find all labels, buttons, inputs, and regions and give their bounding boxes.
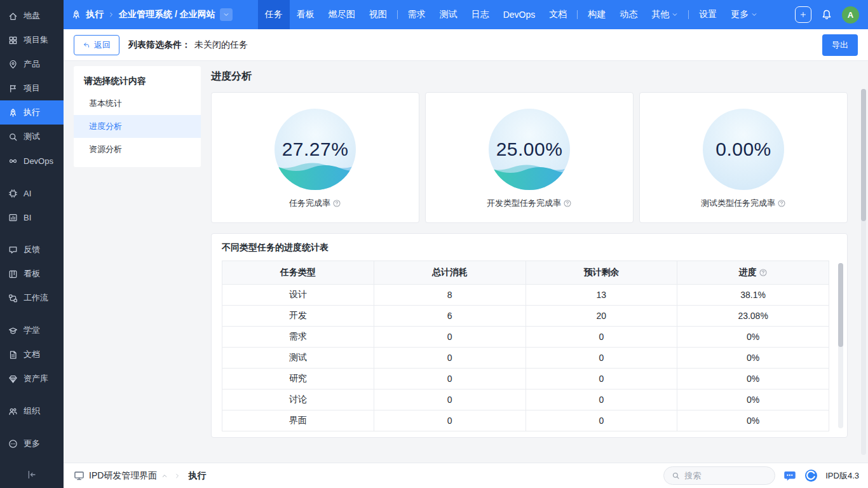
help-icon[interactable] xyxy=(332,199,341,208)
gauge-card-task-complete: 27.27%任务完成率 xyxy=(211,92,419,223)
topnav-story[interactable]: 需求 xyxy=(401,0,433,29)
sidebar-item-product[interactable]: 产品 xyxy=(0,52,64,76)
pin-icon xyxy=(8,60,18,69)
gauge-test-complete: 0.00% xyxy=(702,108,785,191)
sidebar-item-school[interactable]: 学堂 xyxy=(0,318,64,342)
sidebar-item-ai[interactable]: AI xyxy=(0,181,64,205)
col-header-3: 进度 xyxy=(677,261,829,285)
sidebar-item-label: 组织 xyxy=(24,405,40,417)
help-icon[interactable] xyxy=(777,199,786,208)
app-switcher[interactable]: IPD研发管理界面 xyxy=(74,470,168,482)
bottombar-tab-execution[interactable]: 执行 xyxy=(188,470,206,482)
sidebar-item-label: 反馈 xyxy=(24,244,40,255)
project-switcher-dropdown[interactable] xyxy=(220,8,233,21)
sidebar-item-feedback[interactable]: 反馈 xyxy=(0,238,64,262)
sidebar-item-label: 学堂 xyxy=(24,325,40,336)
gauge-cards: 27.27%任务完成率25.00%开发类型任务完成率0.00%测试类型任务完成率 xyxy=(211,92,848,223)
back-button[interactable]: 返回 xyxy=(74,35,119,55)
table-cell: 研究 xyxy=(222,369,374,390)
topnav-label: 构建 xyxy=(588,9,606,20)
table-row: 测试000% xyxy=(222,348,829,369)
sidebar-item-project[interactable]: 项目 xyxy=(0,76,64,100)
sidebar-item-turf[interactable]: 地盘 xyxy=(0,4,64,28)
search-icon xyxy=(672,471,680,480)
create-button[interactable] xyxy=(795,6,811,23)
bottombar-right: IPD版4.3 xyxy=(663,466,859,485)
user-avatar[interactable]: A xyxy=(842,6,859,24)
content-scrollbar-track xyxy=(861,89,866,455)
sidebar: 地盘项目集产品项目执行测试DevOpsAIBI反馈看板工作流学堂文档资产库组织更… xyxy=(0,0,64,488)
collapse-sidebar-button[interactable] xyxy=(0,461,64,488)
sidebar-item-program[interactable]: 项目集 xyxy=(0,28,64,52)
col-header-label: 预计剩余 xyxy=(583,267,619,277)
topbar: 执行 企业管理系统 / 企业网站 任务看板燃尽图视图需求测试日志DevOps文档… xyxy=(64,0,868,29)
notifications-bell-icon[interactable] xyxy=(821,9,832,20)
help-icon[interactable] xyxy=(563,199,572,208)
help-icon[interactable] xyxy=(759,268,768,277)
version-label: IPD版4.3 xyxy=(825,470,859,482)
topnav-view[interactable]: 视图 xyxy=(362,0,394,29)
chevron-down-icon xyxy=(751,11,757,18)
sidebar-item-workflow[interactable]: 工作流 xyxy=(0,286,64,310)
topnav-burndown[interactable]: 燃尽图 xyxy=(322,0,362,29)
chat-icon[interactable] xyxy=(783,470,797,482)
table-cell: 设计 xyxy=(222,285,374,306)
stats-item-progress[interactable]: 进度分析 xyxy=(74,115,201,138)
gauge-label-text: 任务完成率 xyxy=(289,198,330,209)
sidebar-item-bi[interactable]: BI xyxy=(0,205,64,229)
table-cell: 0 xyxy=(526,327,677,348)
sidebar-item-more[interactable]: 更多 xyxy=(0,431,64,456)
topnav-devops[interactable]: DevOps xyxy=(496,0,543,29)
table-scrollbar-track xyxy=(838,263,843,428)
sidebar-item-doc[interactable]: 文档 xyxy=(0,342,64,367)
stats-item-basic[interactable]: 基本统计 xyxy=(74,92,201,115)
sidebar-item-label: 项目集 xyxy=(24,34,48,46)
export-button[interactable]: 导出 xyxy=(822,34,858,56)
content-area: 请选择统计内容 基本统计进度分析资源分析 进度分析 27.27%任务完成率25.… xyxy=(64,61,868,463)
table-cell: 0 xyxy=(526,348,677,369)
gauge-label: 测试类型任务完成率 xyxy=(701,198,786,209)
sidebar-item-label: 工作流 xyxy=(24,292,48,304)
sidebar-item-label: 项目 xyxy=(24,83,40,94)
gauge-value: 27.27% xyxy=(274,108,356,191)
topnav-test[interactable]: 测试 xyxy=(433,0,465,29)
sidebar-item-assetlib[interactable]: 资产库 xyxy=(0,367,64,391)
topnav-doc[interactable]: 文档 xyxy=(542,0,574,29)
menu-separator xyxy=(397,10,398,19)
topnav-task[interactable]: 任务 xyxy=(258,0,290,29)
topnav-kanban[interactable]: 看板 xyxy=(290,0,322,29)
topnav-label: 文档 xyxy=(549,9,567,20)
topnav-label: DevOps xyxy=(503,10,536,20)
topnav-label: 日志 xyxy=(471,9,489,20)
col-header-label: 进度 xyxy=(739,267,757,277)
sidebar-item-execution[interactable]: 执行 xyxy=(0,100,64,125)
sidebar-item-label: 地盘 xyxy=(24,10,40,22)
sidebar-item-devops[interactable]: DevOps xyxy=(0,149,64,173)
sidebar-item-org[interactable]: 组织 xyxy=(0,399,64,423)
sidebar-item-kanban[interactable]: 看板 xyxy=(0,262,64,286)
content-scrollbar-thumb[interactable] xyxy=(861,89,866,221)
report-area: 进度分析 27.27%任务完成率25.00%开发类型任务完成率0.00%测试类型… xyxy=(211,66,848,438)
topnav-build[interactable]: 构建 xyxy=(581,0,613,29)
infinity-icon xyxy=(8,156,18,166)
topnav-more[interactable]: 更多 xyxy=(724,0,764,29)
chevron-down-icon xyxy=(672,11,678,18)
breadcrumb[interactable]: 企业管理系统 / 企业网站 xyxy=(119,9,215,20)
col-header-1: 总计消耗 xyxy=(374,261,526,285)
topbar-context-label[interactable]: 执行 xyxy=(86,9,104,20)
topnav-other[interactable]: 其他 xyxy=(644,0,685,29)
back-arrow-icon xyxy=(83,41,90,49)
table-cell: 8 xyxy=(374,285,526,306)
topnav-setting[interactable]: 设置 xyxy=(692,0,724,29)
search-input[interactable] xyxy=(684,471,761,480)
stats-item-resource[interactable]: 资源分析 xyxy=(74,138,201,161)
table-title: 不同类型任务的进度统计表 xyxy=(222,242,837,254)
search-box xyxy=(663,466,775,485)
gauge-label-text: 测试类型任务完成率 xyxy=(701,198,775,209)
table-scrollbar-thumb[interactable] xyxy=(838,263,843,347)
topnav-log[interactable]: 日志 xyxy=(465,0,496,29)
topbar-menu: 任务看板燃尽图视图需求测试日志DevOps文档构建动态其他设置更多 xyxy=(258,0,765,29)
bottombar: IPD研发管理界面 执行 IPD版4.3 xyxy=(64,463,868,488)
sidebar-item-qa[interactable]: 测试 xyxy=(0,125,64,149)
topnav-dynamic[interactable]: 动态 xyxy=(613,0,644,29)
